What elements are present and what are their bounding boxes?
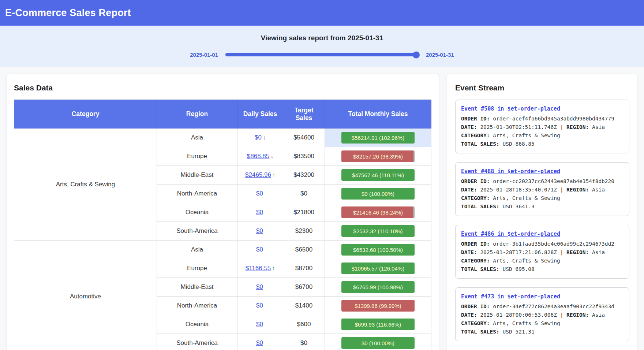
region-cell: South-America: [157, 222, 237, 241]
daily-sales-cell: $0: [237, 203, 283, 222]
region-cell: Europe: [157, 147, 237, 166]
slider-start-label: 2025-01-01: [190, 52, 218, 58]
table-row: Automotive Asia $0 $6500 $6532.68 (100.5…: [14, 241, 431, 259]
event-card: Event #486 in $et-order-placed ORDER ID:…: [455, 225, 629, 279]
sales-progress-bar: $82157.26 (98.39%): [341, 150, 415, 162]
daily-sales-cell: $0: [237, 222, 283, 241]
event-total-line: TOTAL SALES: USD 521.31: [461, 328, 624, 336]
total-sales-cell: $10965.57 (126.04%): [325, 259, 431, 278]
column-header-category: Category: [14, 100, 157, 129]
total-sales-badge: $56214.91 (102.96%): [341, 132, 415, 144]
total-sales-cell: $2532.32 (110.10%): [325, 222, 431, 241]
total-sales-badge: $10965.57 (126.04%): [341, 262, 415, 274]
event-order-line: ORDER ID: order-3b1faad35bde4e06ad99c2c2…: [461, 240, 624, 248]
event-date-line: DATE: 2025-01-28T00:06:53.006Z | REGION:…: [461, 311, 624, 319]
sales-progress-bar: $6532.68 (100.50%): [341, 244, 415, 256]
slider-fill: [225, 53, 419, 56]
daily-sales-link[interactable]: $0: [256, 283, 263, 290]
event-order-line: ORDER ID: order-cc20237cc62443ee87ab4e35…: [461, 177, 624, 186]
main-content: Sales Data Category Region Daily Sales T…: [0, 67, 644, 350]
daily-sales-cell: $0: [237, 278, 283, 297]
event-card: Event #473 in $et-order-placed ORDER ID:…: [455, 287, 629, 341]
trend-arrow-icon: ↓: [270, 153, 273, 159]
daily-sales-link[interactable]: $868.85: [247, 153, 269, 160]
event-stream-heading: Event Stream: [455, 83, 629, 92]
slider-row: 2025-01-01 2025-01-31: [0, 52, 644, 58]
total-sales-badge: $0 (100.00%): [341, 188, 415, 200]
event-card: Event #488 in $et-order-placed ORDER ID:…: [455, 162, 629, 216]
daily-sales-link[interactable]: $0: [255, 134, 262, 141]
daily-sales-link[interactable]: $0: [256, 302, 263, 309]
sales-data-card: Sales Data Category Region Daily Sales T…: [7, 74, 439, 350]
total-sales-cell: $0 (100.00%): [325, 185, 431, 203]
daily-sales-link[interactable]: $1166.55: [246, 265, 271, 272]
daily-sales-link[interactable]: $2465.96: [245, 171, 271, 178]
total-sales-cell: $1399.86 (99.99%): [325, 297, 431, 315]
total-sales-cell: $21416.46 (98.24%): [325, 203, 431, 222]
target-sales-cell: $6500: [283, 241, 325, 259]
sales-progress-bar: $0 (100.00%): [341, 188, 415, 200]
event-category-line: CATEGORY: Arts, Crafts & Sewing: [461, 194, 624, 202]
trend-arrow-icon: ↓: [263, 134, 266, 141]
app-header: E-Commerce Sales Report: [0, 0, 644, 26]
region-cell: Middle-East: [157, 166, 237, 185]
table-row: Arts, Crafts & Sewing Asia $0↓ $54600 $5…: [14, 129, 431, 147]
event-date-line: DATE: 2025-01-28T18:35:40.071Z | REGION:…: [461, 186, 624, 194]
daily-sales-cell: $868.85↓: [237, 147, 283, 166]
total-sales-badge: $21416.46 (98.24%): [341, 206, 415, 218]
event-order-line: ORDER ID: order-34ef277c862e4a3eaaf903cc…: [461, 302, 624, 311]
event-total-line: TOTAL SALES: USD 868.85: [461, 140, 624, 148]
total-sales-badge: $0 (100.00%): [341, 337, 415, 349]
event-category-line: CATEGORY: Arts, Crafts & Sewing: [461, 257, 624, 265]
region-cell: Middle-East: [157, 278, 237, 297]
event-category-line: CATEGORY: Arts, Crafts & Sewing: [461, 131, 624, 140]
event-link[interactable]: Event #486 in $et-order-placed: [461, 230, 560, 238]
total-sales-cell: $56214.91 (102.96%): [325, 129, 431, 147]
date-range-slider[interactable]: [225, 53, 419, 56]
daily-sales-link[interactable]: $0: [256, 209, 263, 216]
total-sales-badge: $47567.46 (110.11%): [341, 169, 415, 181]
slider-end-label: 2025-01-31: [426, 52, 454, 58]
target-sales-cell: $6700: [283, 278, 325, 297]
event-date-line: DATE: 2025-01-28T17:21:06.828Z | REGION:…: [461, 248, 624, 257]
column-header-target-sales: Target Sales: [283, 100, 325, 129]
daily-sales-cell: $0: [237, 297, 283, 315]
sales-data-heading: Sales Data: [14, 83, 431, 92]
region-cell: North-America: [157, 185, 237, 203]
region-cell: Asia: [157, 129, 237, 147]
event-order-line: ORDER ID: order-acef4fa66bd945a3abdd9980…: [461, 115, 624, 123]
table-header-row: Category Region Daily Sales Target Sales…: [14, 100, 431, 129]
daily-sales-link[interactable]: $0: [256, 227, 263, 234]
sales-progress-bar: $0 (100.00%): [341, 337, 415, 349]
slider-thumb[interactable]: [413, 51, 420, 58]
sales-progress-bar: $56214.91 (102.96%): [341, 132, 415, 144]
total-sales-cell: $6765.99 (100.98%): [325, 278, 431, 297]
date-slider-panel: Viewing sales report from 2025-01-31 202…: [0, 26, 644, 67]
page-title: E-Commerce Sales Report: [5, 7, 131, 19]
region-cell: Asia: [157, 241, 237, 259]
daily-sales-link[interactable]: $0: [256, 339, 263, 346]
event-link[interactable]: Event #473 in $et-order-placed: [461, 293, 560, 301]
total-sales-badge: $6765.99 (100.98%): [341, 281, 415, 293]
trend-arrow-icon: ↑: [272, 172, 275, 178]
target-sales-cell: $54600: [283, 129, 325, 147]
sales-progress-bar: $10965.57 (126.04%): [341, 262, 415, 274]
region-cell: Oceania: [157, 203, 237, 222]
sales-progress-bar: $2532.32 (110.10%): [341, 225, 415, 237]
total-sales-badge: $1399.86 (99.99%): [341, 300, 415, 312]
event-total-line: TOTAL SALES: USD 695.08: [461, 265, 624, 273]
daily-sales-link[interactable]: $0: [256, 321, 263, 328]
daily-sales-link[interactable]: $0: [256, 246, 263, 253]
target-sales-cell: $83500: [283, 147, 325, 166]
sales-progress-bar: $47567.46 (110.11%): [341, 169, 415, 181]
region-cell: Oceania: [157, 315, 237, 334]
event-link[interactable]: Event #488 in $et-order-placed: [461, 167, 560, 176]
total-sales-cell: $0 (100.00%): [325, 334, 431, 350]
event-total-line: TOTAL SALES: USD 3641.3: [461, 202, 624, 211]
event-link[interactable]: Event #508 in $et-order-placed: [461, 105, 560, 113]
target-sales-cell: $8700: [283, 259, 325, 278]
daily-sales-cell: $2465.96↑: [237, 166, 283, 185]
daily-sales-link[interactable]: $0: [256, 190, 263, 197]
column-header-total-monthly-sales: Total Monthly Sales: [325, 100, 431, 129]
category-cell: Automotive: [14, 241, 157, 350]
